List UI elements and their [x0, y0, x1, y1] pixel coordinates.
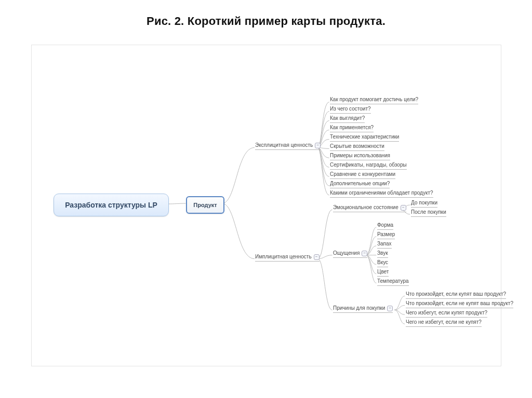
leaf-explicit-8[interactable]: Сравнение с конкурентами [330, 171, 395, 179]
branch-emotional-label: Эмоциональное состояние [333, 204, 398, 210]
branch-implicit[interactable]: Имплицитная ценность− [255, 253, 320, 262]
leaf-sensations-0[interactable]: Форма [377, 222, 393, 230]
branch-sensations[interactable]: Ощущения− [333, 250, 367, 258]
leaf-sensations-4[interactable]: Вкус [377, 259, 388, 267]
expand-icon[interactable]: − [314, 254, 320, 260]
branch-reasons-label: Причины для покупки [333, 305, 385, 311]
leaf-sensations-1[interactable]: Размер [377, 231, 395, 239]
leaf-explicit-2[interactable]: Как выглядит? [330, 115, 365, 123]
leaf-explicit-3[interactable]: Как применяется? [330, 124, 374, 132]
branch-reasons[interactable]: Причины для покупки− [333, 305, 393, 313]
mindmap-canvas: Разработка структуры LP Продукт Эксплици… [31, 45, 501, 366]
leaf-emotional-1[interactable]: После покупки [411, 209, 446, 217]
leaf-explicit-7[interactable]: Сертификаты, награды, обзоры [330, 161, 407, 170]
leaf-reasons-0[interactable]: Что произойдет, если купят ваш продукт? [406, 291, 506, 299]
leaf-explicit-0[interactable]: Как продукт помогает достичь цели? [330, 96, 418, 104]
leaf-sensations-6[interactable]: Температура [377, 278, 409, 286]
leaf-explicit-6[interactable]: Примеры использования [330, 152, 390, 160]
leaf-sensations-3[interactable]: Звук [377, 250, 388, 258]
branch-sensations-label: Ощущения [333, 250, 360, 256]
leaf-explicit-4[interactable]: Технические характеристики [330, 133, 399, 142]
leaf-explicit-1[interactable]: Из чего состоит? [330, 105, 371, 114]
leaf-emotional-0[interactable]: До покупки [411, 199, 437, 208]
leaf-sensations-5[interactable]: Цвет [377, 268, 389, 277]
leaf-explicit-9[interactable]: Дополнительные опции? [330, 180, 390, 188]
expand-icon[interactable]: − [315, 143, 321, 148]
expand-icon[interactable]: − [362, 251, 367, 256]
branch-emotional[interactable]: Эмоциональное состояние− [333, 204, 406, 212]
leaf-sensations-2[interactable]: Запах [377, 240, 392, 249]
figure-title: Рис. 2. Короткий пример карты продукта. [0, 15, 532, 28]
branch-implicit-label: Имплицитная ценность [255, 254, 312, 259]
leaf-reasons-2[interactable]: Чего избегут, если купят продукт? [406, 309, 487, 318]
leaf-explicit-10[interactable]: Какими ограничениями обладает продукт? [330, 189, 433, 198]
leaf-reasons-1[interactable]: Что произойдет, если не купят ваш продук… [406, 300, 513, 308]
leaf-explicit-5[interactable]: Скрытые возможности [330, 143, 384, 151]
product-node[interactable]: Продукт [186, 196, 224, 214]
expand-icon[interactable]: − [401, 205, 406, 211]
expand-icon[interactable]: − [387, 306, 393, 311]
branch-explicit-label: Эксплицитная ценность [255, 142, 313, 148]
leaf-reasons-3[interactable]: Чего не избегут, если не купят? [406, 319, 482, 327]
branch-explicit[interactable]: Эксплицитная ценность− [255, 142, 321, 150]
root-node[interactable]: Разработка структуры LP [54, 194, 169, 216]
